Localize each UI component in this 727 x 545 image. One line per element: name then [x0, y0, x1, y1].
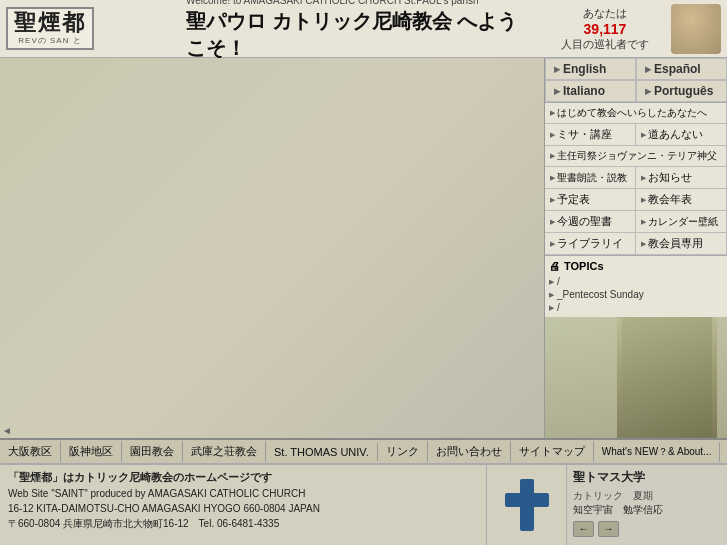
topics-icon: 🖨	[549, 260, 560, 272]
lang-italiano[interactable]: Italiano	[545, 80, 636, 102]
nav-hanshin[interactable]: 阪神地区	[61, 441, 122, 462]
right-sidebar: English Español Italiano Português はじめて教…	[545, 58, 727, 438]
page-footer: 「聖煙都」はカトリック尼崎教会のホームページです Web Site "SAINT…	[0, 464, 727, 545]
menu-row-5: 予定表 教会年表	[545, 189, 727, 211]
footer-next-button[interactable]: →	[598, 521, 619, 537]
footer-right-title: 聖トマス大学	[573, 469, 721, 486]
menu-row-6: 今週の聖書 カレンダー壁紙	[545, 211, 727, 233]
topic-item-1[interactable]: /	[549, 276, 723, 287]
header-portrait	[671, 4, 721, 54]
footer-address1: 16-12 KITA-DAIMOTSU-CHO AMAGASAKI HYOGO …	[8, 501, 478, 516]
menu-row-2: ミサ・講座 道あんない	[545, 124, 727, 146]
menu-item-mass[interactable]: ミサ・講座	[545, 124, 636, 145]
topics-panel: 🖨 TOPICs / _Pentecost Sunday /	[545, 255, 727, 317]
header-right: あなたは 39,117 人目の巡礼者です	[545, 6, 665, 52]
lang-english[interactable]: English	[545, 58, 636, 80]
main-title: 聖パウロ カトリック尼崎教会 へようこそ！	[186, 8, 535, 62]
menu-item-schedule[interactable]: 予定表	[545, 189, 636, 210]
cross-horizontal	[505, 493, 549, 507]
content-area: ◄	[0, 58, 545, 438]
logo-box: 聖煙都 REVの SAN と	[6, 7, 94, 50]
topics-content: / _Pentecost Sunday /	[549, 276, 723, 313]
menu-row-4: 聖書朗読・説教 お知らせ	[545, 167, 727, 189]
menu-item-readings[interactable]: 聖書朗読・説教	[545, 167, 636, 188]
menu-item-news[interactable]: お知らせ	[636, 167, 727, 188]
footer-right-sub1: カトリック 夏期	[573, 489, 721, 503]
nav-thomas[interactable]: St. THOMAS UNIV.	[266, 443, 378, 461]
menu-item-weekly-bible[interactable]: 今週の聖書	[545, 211, 636, 232]
menu-item-directions[interactable]: 道あんない	[636, 124, 727, 145]
page-header: 聖煙都 REVの SAN と Welcome! to AMAGASAKI CAT…	[0, 0, 727, 58]
bottom-nav: 大阪教区 阪神地区 園田教会 武庫之荘教会 St. THOMAS UNIV. リ…	[0, 438, 727, 464]
menu-item-welcome[interactable]: はじめて教会へいらしたあなたへ	[545, 103, 727, 123]
anata-wa-label: あなたは	[545, 6, 665, 21]
welcome-text: Welcome! to AMAGASAKI CATHOLIC CHURCH St…	[186, 0, 535, 6]
count-number: 39,117	[584, 21, 627, 37]
nav-links[interactable]: リンク	[378, 441, 428, 462]
statue-figure-area	[545, 317, 727, 438]
cross-icon	[505, 479, 549, 531]
topics-title: TOPICs	[564, 260, 604, 272]
menu-item-church-history[interactable]: 教会年表	[636, 189, 727, 210]
footer-right-sub2: 知空宇宙 勉学信応	[573, 503, 721, 517]
topic-item-3[interactable]: /	[549, 302, 723, 313]
menu-row-1: はじめて教会へいらしたあなたへ	[545, 103, 727, 124]
menu-item-pastor[interactable]: 主任司祭ジョヴァンニ・テリア神父	[545, 146, 727, 166]
footer-address2: 〒660-0804 兵庫県尼崎市北大物町16-12 Tel. 06-6481-4…	[8, 516, 478, 531]
nav-sitemap[interactable]: サイトマップ	[511, 441, 594, 462]
footer-quote: 「聖煙都」はカトリック尼崎教会のホームページです	[8, 469, 478, 486]
language-nav: English Español Italiano Português	[545, 58, 727, 103]
topics-header: 🖨 TOPICs	[549, 260, 723, 272]
lang-portugues[interactable]: Português	[636, 80, 727, 102]
menu-item-members[interactable]: 教会員専用	[636, 233, 727, 254]
scroll-left-indicator: ◄	[2, 425, 12, 436]
menu-item-library[interactable]: ライブラリイ	[545, 233, 636, 254]
nav-osaka[interactable]: 大阪教区	[0, 441, 61, 462]
footer-right: 聖トマス大学 カトリック 夏期 知空宇宙 勉学信応 ← →	[567, 465, 727, 545]
visitor-count: 39,117	[545, 21, 665, 37]
nav-contact[interactable]: お問い合わせ	[428, 441, 511, 462]
footer-prev-button[interactable]: ←	[573, 521, 594, 537]
lang-espanol[interactable]: Español	[636, 58, 727, 80]
sidebar-menu: はじめて教会へいらしたあなたへ ミサ・講座 道あんない 主任司祭ジョヴァンニ・テ…	[545, 103, 727, 255]
nav-mukogaoka[interactable]: 武庫之荘教会	[183, 441, 266, 462]
footer-left: 「聖煙都」はカトリック尼崎教会のホームページです Web Site "SAINT…	[0, 465, 487, 545]
footer-center	[487, 465, 567, 545]
logo-area: 聖煙都 REVの SAN と	[6, 7, 176, 50]
menu-item-calendar-wallpaper[interactable]: カレンダー壁紙	[636, 211, 727, 232]
main-layout: ◄ English Español Italiano Português はじめ…	[0, 58, 727, 438]
logo-kanji: 聖煙都	[14, 11, 86, 35]
nav-mobile[interactable]: モバイル	[720, 441, 727, 462]
topic-item-2[interactable]: _Pentecost Sunday	[549, 289, 723, 300]
footer-buttons: ← →	[573, 521, 721, 537]
logo-subtitle: REVの SAN と	[18, 35, 81, 46]
menu-row-3: 主任司祭ジョヴァンニ・テリア神父	[545, 146, 727, 167]
visitor-label: 人目の巡礼者です	[545, 37, 665, 52]
nav-whatsnew[interactable]: What's NEW？& About...	[594, 442, 721, 462]
nav-sonoda[interactable]: 園田教会	[122, 441, 183, 462]
menu-row-7: ライブラリイ 教会員専用	[545, 233, 727, 255]
figure-overlay	[545, 317, 727, 438]
header-center: Welcome! to AMAGASAKI CATHOLIC CHURCH St…	[176, 0, 545, 62]
footer-credit: Web Site "SAINT" produced by AMAGASAKI C…	[8, 486, 478, 501]
